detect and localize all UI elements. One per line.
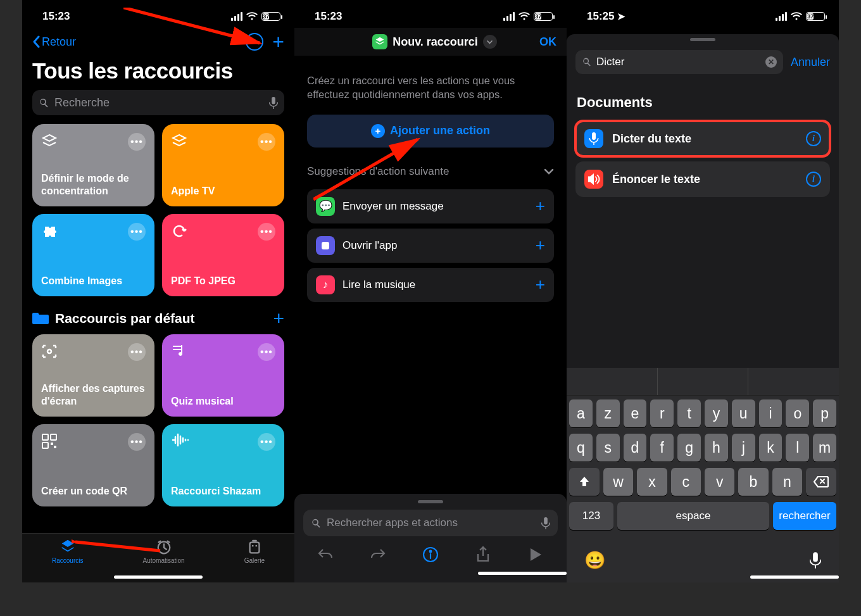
done-button[interactable]: OK [539, 35, 556, 49]
key-a[interactable]: a [569, 399, 593, 427]
search-input[interactable]: Dicter ✕ [575, 50, 783, 74]
search-result[interactable]: Dicter du textei [575, 121, 830, 156]
folder-default-shortcuts[interactable]: Raccourcis par défaut [32, 311, 195, 326]
back-button[interactable]: Retour [32, 35, 76, 49]
mic-icon[interactable] [269, 97, 278, 109]
add-action-button[interactable]: + Ajouter une action [307, 115, 554, 148]
suggested-action[interactable]: 💬Envoyer un message+ [307, 189, 554, 223]
redo-button[interactable] [368, 545, 387, 564]
info-button[interactable]: i [806, 172, 821, 187]
chevron-down-icon [544, 168, 554, 175]
key-q[interactable]: q [569, 434, 593, 462]
dictation-key[interactable] [810, 552, 821, 569]
suggested-action[interactable]: Ouvrir l'app+ [307, 229, 554, 263]
home-indicator[interactable] [750, 575, 839, 579]
key-j[interactable]: j [732, 434, 755, 462]
tab-gallery[interactable]: Galerie [244, 539, 265, 564]
info-button[interactable] [421, 545, 440, 564]
shortcut-card[interactable]: •••Définir le mode de concentration [32, 124, 154, 206]
intro-text: Créez un raccourci vers les actions que … [294, 56, 567, 115]
phone-search-actions: 15:25 ➤ 37 Dicter ✕ Annuler Documents Di… [567, 0, 839, 582]
clear-search-button[interactable]: ✕ [765, 56, 777, 68]
shortcut-card[interactable]: •••Quiz musical [162, 334, 284, 417]
key-l[interactable]: l [786, 434, 809, 462]
key-s[interactable]: s [596, 434, 620, 462]
key-z[interactable]: z [596, 399, 620, 427]
info-button[interactable]: i [806, 131, 821, 146]
key-n[interactable]: n [772, 468, 802, 496]
key-x[interactable]: x [637, 468, 667, 496]
add-action-icon[interactable]: + [536, 236, 545, 255]
key-v[interactable]: v [705, 468, 734, 496]
shortcut-card[interactable]: •••Combine Images [32, 214, 154, 296]
key-i[interactable]: i [759, 399, 782, 427]
keyboard-suggestions[interactable] [567, 368, 839, 396]
status-bar: 15:25 ➤ 37 [567, 0, 839, 28]
key-u[interactable]: u [732, 399, 755, 427]
card-more-button[interactable]: ••• [128, 223, 146, 241]
key-w[interactable]: w [603, 468, 633, 496]
share-button[interactable] [474, 545, 493, 564]
search-input[interactable]: Recherche [32, 90, 284, 115]
tab-automation[interactable]: Automatisation [143, 539, 185, 564]
key-m[interactable]: m [813, 434, 836, 462]
shift-key[interactable] [569, 468, 600, 496]
result-icon [584, 129, 603, 148]
key-g[interactable]: g [677, 434, 701, 462]
add-action-icon[interactable]: + [536, 275, 545, 294]
card-more-button[interactable]: ••• [258, 223, 275, 241]
card-more-button[interactable]: ••• [258, 133, 275, 151]
home-indicator[interactable] [478, 572, 567, 575]
svg-rect-8 [252, 540, 256, 542]
key-f[interactable]: f [650, 434, 674, 462]
shortcut-card[interactable]: •••Afficher des captures d'écran [32, 334, 154, 417]
key-t[interactable]: t [677, 399, 701, 427]
key-o[interactable]: o [786, 399, 809, 427]
home-indicator[interactable] [114, 575, 203, 579]
music-icon [171, 343, 187, 360]
action-search-input[interactable]: Rechercher apps et actions [303, 510, 558, 536]
new-shortcut-button[interactable]: + [272, 32, 284, 52]
cancel-button[interactable]: Annuler [791, 56, 830, 69]
card-more-button[interactable]: ••• [258, 343, 275, 361]
grabber[interactable] [690, 38, 715, 41]
key-r[interactable]: r [650, 399, 674, 427]
number-key[interactable]: 123 [569, 502, 613, 530]
backspace-key[interactable] [806, 468, 836, 496]
undo-button[interactable] [316, 545, 335, 564]
card-more-button[interactable]: ••• [258, 433, 275, 451]
shortcut-card[interactable]: •••PDF To JPEG [162, 214, 284, 296]
add-to-folder-button[interactable]: + [273, 309, 284, 328]
key-d[interactable]: d [624, 434, 647, 462]
emoji-key[interactable]: 😀 [584, 550, 606, 570]
play-button[interactable] [526, 545, 545, 564]
card-more-button[interactable]: ••• [128, 433, 146, 451]
search-key[interactable]: rechercher [773, 502, 836, 530]
grabber[interactable] [418, 500, 443, 503]
suggestions-header[interactable]: Suggestions d'action suivante [294, 148, 567, 184]
key-b[interactable]: b [738, 468, 768, 496]
shortcut-card[interactable]: •••Raccourci Shazam [162, 424, 284, 506]
search-result[interactable]: Énoncer le textei [575, 161, 830, 197]
key-p[interactable]: p [813, 399, 836, 427]
svg-rect-5 [54, 446, 56, 448]
clock-icon [156, 539, 172, 555]
key-c[interactable]: c [671, 468, 701, 496]
card-more-button[interactable]: ••• [128, 343, 146, 361]
key-h[interactable]: h [705, 434, 728, 462]
add-action-icon[interactable]: + [536, 196, 545, 216]
result-label: Dicter du texte [612, 132, 691, 146]
suggested-action[interactable]: ♪Lire la musique+ [307, 268, 554, 302]
shortcut-card[interactable]: •••Apple TV [162, 124, 284, 206]
tab-shortcuts[interactable]: Raccourcis [52, 539, 83, 564]
shortcut-title[interactable]: Nouv. raccourci [372, 34, 497, 49]
key-y[interactable]: y [705, 399, 728, 427]
mic-icon[interactable] [541, 517, 550, 529]
key-k[interactable]: k [759, 434, 782, 462]
key-e[interactable]: e [624, 399, 647, 427]
more-button[interactable]: ••• [246, 33, 263, 51]
search-icon [39, 97, 49, 108]
shortcut-card[interactable]: •••Créer un code QR [32, 424, 154, 506]
space-key[interactable]: espace [617, 502, 769, 530]
card-more-button[interactable]: ••• [128, 133, 146, 151]
